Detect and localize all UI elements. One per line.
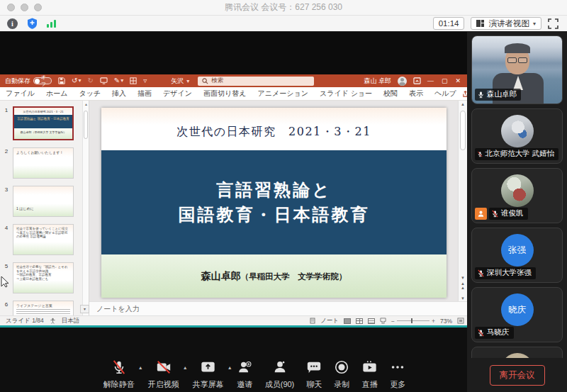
pen-icon[interactable]: ✎▾ xyxy=(114,77,123,84)
reading-view-icon[interactable] xyxy=(368,318,375,324)
zoom-slider[interactable]: −+ xyxy=(391,318,435,325)
close-window-button[interactable] xyxy=(7,4,15,11)
scroll-up-icon[interactable]: ▲ xyxy=(83,102,89,106)
ppt-maximize-button[interactable]: ▢ xyxy=(442,77,448,84)
chat-button[interactable]: 聊天 xyxy=(306,359,322,392)
notes-toggle[interactable]: ノート xyxy=(320,317,339,325)
tab-draw[interactable]: 描画 xyxy=(132,89,157,99)
account-name[interactable]: 森山 卓郎 xyxy=(364,77,391,86)
tab-design[interactable]: デザイン xyxy=(157,89,198,99)
tab-home[interactable]: ホーム xyxy=(40,89,73,99)
share-screen-button[interactable]: ▲ 共享屏幕 xyxy=(192,359,225,392)
tab-review[interactable]: 校閲 xyxy=(378,89,403,99)
zoom-level[interactable]: 73% xyxy=(440,318,452,325)
record-button[interactable]: 录制 xyxy=(334,359,349,392)
thumbnail-row[interactable]: 4 社会で言葉を使っていくことに役立つ真正な言語運用に関する言語研究の必要性 言… xyxy=(0,224,89,255)
scroll-up-icon[interactable]: ▲ xyxy=(459,102,467,106)
thumbnail-row[interactable]: 1 次世代の日本研究 2021・3・21 言語習熟論と 国語教育・日本語教育 森… xyxy=(0,106,89,140)
tab-file[interactable]: ファイル xyxy=(0,89,40,99)
thumbnail-row[interactable]: 5 社会生活で必要な「国語力」とそれを支える言語学的知識 ⇒国語科教育、言語教育… xyxy=(0,262,89,293)
ppt-titlebar: 自動保存 オフ ↺▾ ↻ ✎▾ ▿ 矢沢▾ 検索 森山 卓 xyxy=(0,74,467,87)
slide-thumbnail[interactable]: 社会生活で必要な「国語力」とそれを支える言語学的知識 ⇒国語科教育、言語教育 ⇒… xyxy=(13,262,74,293)
ppt-close-button[interactable]: ✕ xyxy=(455,77,461,84)
fullscreen-button[interactable] xyxy=(548,18,558,29)
participant-video-tile[interactable] xyxy=(471,347,563,358)
members-button[interactable]: 成员(90) xyxy=(265,359,295,392)
participant-video-tile[interactable]: 森山卓郎 xyxy=(471,35,563,104)
document-name[interactable]: 矢沢▾ xyxy=(171,77,189,86)
mic-options-caret[interactable]: ▲ xyxy=(138,365,143,370)
network-signal-icon[interactable] xyxy=(47,19,56,28)
slide-thumbnail[interactable]: 1 はじめに xyxy=(13,186,74,217)
view-mode-button[interactable]: 演讲者视图 ▾ xyxy=(471,17,541,30)
meeting-info-icon[interactable]: i xyxy=(7,18,18,29)
slideshow-view-icon[interactable] xyxy=(380,318,386,324)
invite-button[interactable]: 邀请 xyxy=(237,359,253,392)
tab-help[interactable]: ヘルプ xyxy=(429,89,462,99)
thumbnail-scrollbar[interactable]: ▲ xyxy=(82,101,89,315)
slide-thumbnail[interactable]: よろしくお願いいたします！ xyxy=(13,147,74,179)
zoom-out-icon[interactable]: − xyxy=(391,318,395,325)
shared-screen-area: 自動保存 オフ ↺▾ ↻ ✎▾ ▿ 矢沢▾ 検索 森山 卓 xyxy=(0,32,467,392)
canvas-scrollbar[interactable]: ▲ ▼ ▲▲ ▼ xyxy=(458,101,467,301)
slide-thumbnail[interactable]: 社会で言葉を使っていくことに役立つ真正な言語運用に関する言語研究の必要性 言語運… xyxy=(13,224,74,255)
scrollbar-thumb[interactable] xyxy=(460,111,466,150)
start-video-button[interactable]: ▲ 开启视频 xyxy=(147,359,180,392)
ribbon-display-options-icon[interactable] xyxy=(413,77,421,84)
ppt-window-controls: — ▢ ✕ xyxy=(427,77,461,84)
chevron-down-icon: ▾ xyxy=(533,21,536,27)
customize-qat-icon[interactable]: ▿ xyxy=(143,77,147,84)
participant-video-tile[interactable]: 张强 深圳大学张强 xyxy=(471,228,563,283)
table-icon[interactable] xyxy=(130,77,137,84)
participant-video-tile[interactable]: 谁俊凯 xyxy=(471,168,563,223)
tab-animations[interactable]: アニメーション xyxy=(252,89,314,99)
tab-view[interactable]: 表示 xyxy=(403,89,429,99)
thumbnail-row[interactable]: 2 よろしくお願いいたします！ xyxy=(0,147,89,179)
tab-transitions[interactable]: 画面切り替え xyxy=(198,89,252,99)
notes-collapse-icon[interactable]: ▾ xyxy=(80,305,89,313)
share-screen-icon xyxy=(200,359,216,375)
slide-thumbnail-selected[interactable]: 次世代の日本研究 2021・3・21 言語習熟論と 国語教育・日本語教育 森山卓… xyxy=(13,106,74,140)
language-indicator[interactable]: 日本語 xyxy=(62,317,80,325)
leave-meeting-button[interactable]: 离开会议 xyxy=(490,365,545,386)
ppt-minimize-button[interactable]: — xyxy=(427,77,434,84)
next-slide-button[interactable]: ▼ xyxy=(459,296,467,301)
zoom-window-button[interactable] xyxy=(34,4,42,11)
slide-thumbnail[interactable]: ライフステージと言葉 xyxy=(13,301,74,315)
normal-view-icon[interactable] xyxy=(344,318,351,324)
autosave-toggle[interactable]: 自動保存 オフ xyxy=(5,77,52,86)
save-icon[interactable] xyxy=(58,77,65,84)
more-button[interactable]: 更多 xyxy=(390,359,405,392)
zoom-in-icon[interactable]: + xyxy=(432,318,435,325)
tab-slideshow[interactable]: スライド ショー xyxy=(314,89,378,99)
previous-slide-button[interactable]: ▲▲ xyxy=(459,281,467,290)
security-shield-icon[interactable] xyxy=(27,18,38,29)
participant-video-tile[interactable]: 北京师范大学 武婧怡 xyxy=(471,108,563,164)
account-avatar[interactable] xyxy=(398,77,407,86)
search-input[interactable]: 検索 xyxy=(198,77,314,86)
notes-pane[interactable]: ▾ ノートを入力 xyxy=(89,301,467,315)
fit-slide-icon[interactable] xyxy=(457,318,464,324)
participant-video-tile[interactable]: 晓庆 马晓庆 xyxy=(471,287,563,342)
current-slide[interactable]: 次世代の日本研究 2021・3・21 言語習熟論と 国語教育・日本語教育 森山卓… xyxy=(101,108,447,298)
share-options-caret[interactable]: ▲ xyxy=(228,365,232,370)
undo-icon[interactable]: ↺▾ xyxy=(72,77,81,84)
video-options-caret[interactable]: ▲ xyxy=(183,365,188,370)
unmute-button[interactable]: ▲ 解除静音 xyxy=(103,359,135,392)
live-stream-button[interactable]: 直播 xyxy=(361,359,378,392)
minimize-window-button[interactable] xyxy=(21,4,28,11)
scroll-down-icon[interactable]: ▼ xyxy=(459,276,467,280)
slide-sorter-view-icon[interactable] xyxy=(356,318,363,324)
thumbnail-row[interactable]: 6 ライフステージと言葉 xyxy=(0,301,89,315)
redo-icon[interactable]: ↻ xyxy=(87,77,93,84)
more-icon xyxy=(390,359,405,375)
display-icon[interactable] xyxy=(100,77,108,84)
zoom-slider-thumb[interactable] xyxy=(411,318,412,323)
tab-insert[interactable]: 挿入 xyxy=(106,89,132,99)
tab-touch[interactable]: タッチ xyxy=(73,89,106,99)
thumbnail-row[interactable]: 3 1 はじめに xyxy=(0,186,89,217)
slide-thumbnail-panel: 1 次世代の日本研究 2021・3・21 言語習熟論と 国語教育・日本語教育 森… xyxy=(0,101,89,315)
slide-counter: スライド 1/84 xyxy=(6,317,44,325)
scrollbar-thumb[interactable] xyxy=(84,111,88,139)
accessibility-icon[interactable] xyxy=(50,318,56,324)
